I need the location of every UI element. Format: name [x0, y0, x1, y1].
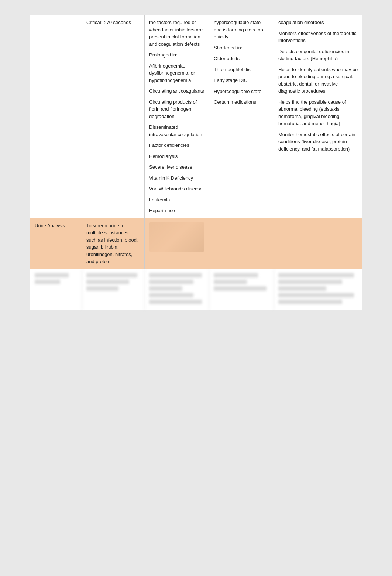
blurred-data-row	[30, 269, 362, 310]
hemodialysis-item: Hemodialysis	[149, 153, 204, 160]
urine-analysis-row: Urine Analysis To screen urine for multi…	[30, 218, 362, 269]
urine-col3-cell	[145, 218, 209, 269]
urine-analysis-label: Urine Analysis	[35, 223, 65, 228]
shortened-causes-cell: hypercoagulable state and is forming clo…	[209, 15, 274, 218]
thrombophlebitis-item: Thrombophlebitis	[214, 66, 269, 73]
hypercoagulable-state-item: Hypercoagulable state	[214, 88, 269, 95]
blurred-cell-5	[274, 269, 362, 310]
test-name-cell	[30, 15, 82, 218]
von-willebrand-item: Von Willebrand's disease	[149, 185, 204, 193]
early-stage-dic-item: Early stage DIC	[214, 77, 269, 84]
main-table: Critical: >70 seconds the factors requir…	[30, 15, 362, 310]
detects-congenital-text: Detects congenital deficiencies in clott…	[278, 48, 358, 62]
hypercoagulable-intro: hypercoagulable state and is forming clo…	[214, 19, 269, 41]
find-cause-bleeding-text: Helps find the possible cause of abnorma…	[278, 99, 358, 127]
urine-col5-cell	[274, 218, 362, 269]
shortened-label: Shortened in:	[214, 44, 269, 52]
coagulation-disorders-text: coagulation disorders	[278, 19, 358, 26]
afibrinogenemia-item: Afibrinogenemia, dysfibrinogenemia, or h…	[149, 62, 204, 84]
urine-col4-cell	[209, 218, 274, 269]
monitor-hemostatic-text: Monitor hemostatic effects of certain co…	[278, 131, 358, 153]
urine-description-text: To screen urine for multiple substances …	[86, 223, 138, 265]
critical-value-text: Critical: >70 seconds	[86, 19, 140, 26]
urine-description-cell: To screen urine for multiple substances …	[82, 218, 145, 269]
blurred-cell-3	[145, 269, 209, 310]
monitors-effectiveness-text: Monitors effectiveness of therapeutic in…	[278, 30, 358, 44]
heparin-item: Heparin use	[149, 207, 204, 214]
leukemia-item: Leukemia	[149, 196, 204, 204]
factor-deficiencies-item: Factor deficiencies	[149, 142, 204, 149]
identify-bleeding-prone-text: Helps to identify patients who may be pr…	[278, 66, 358, 95]
prolonged-label: Prolonged in:	[149, 51, 204, 59]
dic-item: Disseminated intravascular coagulation	[149, 124, 204, 138]
critical-values-cell: Critical: >70 seconds	[82, 15, 145, 218]
blurred-cell-2	[82, 269, 145, 310]
circulating-anticoagulants-item: Circulating anticoagulants	[149, 87, 204, 95]
liver-disease-item: Severe liver disease	[149, 163, 204, 171]
blurred-cell-1	[30, 269, 82, 310]
fibrin-products-item: Circulating products of fibrin and fibri…	[149, 99, 204, 120]
vitamin-k-item: Vitamin K Deficiency	[149, 175, 204, 182]
intro-text: the factors required or when factor inhi…	[149, 19, 204, 48]
prolonged-causes-cell: the factors required or when factor inhi…	[145, 15, 209, 218]
page-wrapper: Critical: >70 seconds the factors requir…	[0, 0, 392, 576]
older-adults-item: Older adults	[214, 55, 269, 62]
table-row: Critical: >70 seconds the factors requir…	[30, 15, 362, 218]
blurred-cell-4	[209, 269, 274, 310]
urine-test-name-cell: Urine Analysis	[30, 218, 82, 269]
certain-medications-item: Certain medications	[214, 99, 269, 106]
clinical-significance-cell: coagulation disorders Monitors effective…	[274, 15, 362, 218]
